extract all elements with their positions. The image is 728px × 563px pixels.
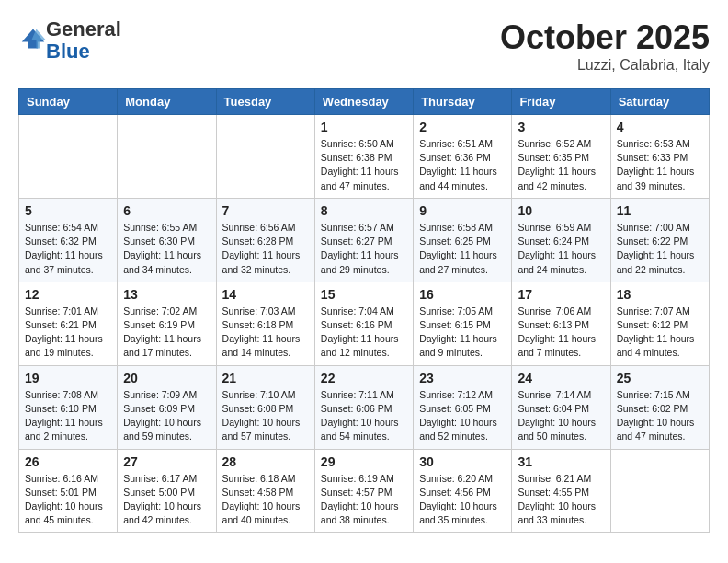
day-info: Sunrise: 6:52 AM Sunset: 6:35 PM Dayligh…	[518, 137, 604, 193]
day-info: Sunrise: 6:17 AM Sunset: 5:00 PM Dayligh…	[123, 472, 210, 528]
day-number: 1	[321, 120, 407, 134]
calendar-cell: 7Sunrise: 6:56 AM Sunset: 6:28 PM Daylig…	[216, 198, 314, 282]
day-number: 31	[518, 454, 604, 469]
day-info: Sunrise: 7:15 AM Sunset: 6:02 PM Dayligh…	[617, 388, 703, 444]
day-info: Sunrise: 7:07 AM Sunset: 6:12 PM Dayligh…	[617, 304, 703, 361]
day-number: 26	[25, 454, 111, 469]
calendar-cell: 2Sunrise: 6:51 AM Sunset: 6:36 PM Daylig…	[414, 115, 512, 199]
calendar-week: 19Sunrise: 7:08 AM Sunset: 6:10 PM Dayli…	[19, 365, 710, 449]
day-number: 22	[321, 371, 407, 385]
calendar-week: 5Sunrise: 6:54 AM Sunset: 6:32 PM Daylig…	[19, 198, 710, 282]
day-info: Sunrise: 7:11 AM Sunset: 6:06 PM Dayligh…	[321, 388, 407, 444]
weekday-header: Sunday	[19, 89, 118, 115]
calendar-week: 1Sunrise: 6:50 AM Sunset: 6:38 PM Daylig…	[19, 115, 710, 199]
day-number: 19	[25, 371, 111, 385]
day-info: Sunrise: 6:58 AM Sunset: 6:25 PM Dayligh…	[419, 221, 506, 277]
day-number: 13	[123, 287, 210, 302]
day-number: 17	[518, 287, 604, 302]
calendar-cell: 21Sunrise: 7:10 AM Sunset: 6:08 PM Dayli…	[216, 365, 314, 449]
day-number: 3	[518, 120, 604, 134]
logo: General Blue	[18, 18, 121, 63]
day-number: 4	[617, 120, 703, 134]
day-info: Sunrise: 6:55 AM Sunset: 6:30 PM Dayligh…	[123, 221, 210, 277]
calendar-cell: 23Sunrise: 7:12 AM Sunset: 6:05 PM Dayli…	[414, 365, 512, 449]
day-info: Sunrise: 6:20 AM Sunset: 4:56 PM Dayligh…	[419, 472, 506, 528]
calendar-cell: 16Sunrise: 7:05 AM Sunset: 6:15 PM Dayli…	[414, 282, 512, 365]
day-number: 2	[419, 120, 506, 134]
day-info: Sunrise: 6:21 AM Sunset: 4:55 PM Dayligh…	[518, 472, 604, 528]
calendar-cell: 20Sunrise: 7:09 AM Sunset: 6:09 PM Dayli…	[118, 365, 216, 449]
day-info: Sunrise: 6:54 AM Sunset: 6:32 PM Dayligh…	[25, 221, 111, 277]
calendar-cell: 12Sunrise: 7:01 AM Sunset: 6:21 PM Dayli…	[19, 282, 118, 365]
day-info: Sunrise: 6:53 AM Sunset: 6:33 PM Dayligh…	[617, 137, 703, 193]
calendar-cell: 3Sunrise: 6:52 AM Sunset: 6:35 PM Daylig…	[512, 115, 610, 199]
calendar-cell: 26Sunrise: 6:16 AM Sunset: 5:01 PM Dayli…	[19, 449, 118, 533]
calendar-cell: 13Sunrise: 7:02 AM Sunset: 6:19 PM Dayli…	[118, 282, 216, 365]
calendar-cell	[118, 115, 216, 199]
day-info: Sunrise: 7:08 AM Sunset: 6:10 PM Dayligh…	[25, 388, 111, 444]
logo-general: General	[46, 17, 121, 40]
weekday-header: Wednesday	[314, 89, 413, 115]
day-info: Sunrise: 6:56 AM Sunset: 6:28 PM Dayligh…	[222, 221, 309, 277]
day-info: Sunrise: 6:18 AM Sunset: 4:58 PM Dayligh…	[222, 472, 309, 528]
day-number: 16	[419, 287, 506, 302]
day-info: Sunrise: 6:50 AM Sunset: 6:38 PM Dayligh…	[321, 137, 407, 193]
day-info: Sunrise: 6:59 AM Sunset: 6:24 PM Dayligh…	[518, 221, 604, 277]
day-info: Sunrise: 7:03 AM Sunset: 6:18 PM Dayligh…	[222, 304, 309, 361]
calendar-cell: 5Sunrise: 6:54 AM Sunset: 6:32 PM Daylig…	[19, 198, 118, 282]
day-number: 20	[123, 371, 210, 385]
calendar-cell: 9Sunrise: 6:58 AM Sunset: 6:25 PM Daylig…	[414, 198, 512, 282]
title-block: October 2025 Luzzi, Calabria, Italy	[500, 18, 710, 74]
day-number: 10	[518, 203, 604, 218]
day-info: Sunrise: 7:01 AM Sunset: 6:21 PM Dayligh…	[25, 304, 111, 361]
day-info: Sunrise: 7:12 AM Sunset: 6:05 PM Dayligh…	[419, 388, 506, 444]
logo-blue: Blue	[46, 40, 90, 63]
day-info: Sunrise: 7:06 AM Sunset: 6:13 PM Dayligh…	[518, 304, 604, 361]
day-number: 24	[518, 371, 604, 385]
calendar-body: 1Sunrise: 6:50 AM Sunset: 6:38 PM Daylig…	[19, 115, 710, 533]
day-info: Sunrise: 7:02 AM Sunset: 6:19 PM Dayligh…	[123, 304, 210, 361]
calendar-cell: 6Sunrise: 6:55 AM Sunset: 6:30 PM Daylig…	[118, 198, 216, 282]
calendar-cell: 10Sunrise: 6:59 AM Sunset: 6:24 PM Dayli…	[512, 198, 610, 282]
day-info: Sunrise: 7:04 AM Sunset: 6:16 PM Dayligh…	[321, 304, 407, 361]
day-number: 6	[123, 203, 210, 218]
day-number: 8	[321, 203, 407, 218]
calendar-cell: 18Sunrise: 7:07 AM Sunset: 6:12 PM Dayli…	[610, 282, 709, 365]
calendar-cell: 29Sunrise: 6:19 AM Sunset: 4:57 PM Dayli…	[314, 449, 413, 533]
day-number: 11	[617, 203, 703, 218]
calendar: SundayMondayTuesdayWednesdayThursdayFrid…	[18, 88, 710, 533]
calendar-cell: 19Sunrise: 7:08 AM Sunset: 6:10 PM Dayli…	[19, 365, 118, 449]
page-header: General Blue October 2025 Luzzi, Calabri…	[18, 18, 710, 74]
calendar-cell: 27Sunrise: 6:17 AM Sunset: 5:00 PM Dayli…	[118, 449, 216, 533]
calendar-cell: 1Sunrise: 6:50 AM Sunset: 6:38 PM Daylig…	[314, 115, 413, 199]
day-info: Sunrise: 6:51 AM Sunset: 6:36 PM Dayligh…	[419, 137, 506, 193]
weekday-row: SundayMondayTuesdayWednesdayThursdayFrid…	[19, 89, 710, 115]
day-number: 9	[419, 203, 506, 218]
day-info: Sunrise: 6:57 AM Sunset: 6:27 PM Dayligh…	[321, 221, 407, 277]
weekday-header: Monday	[118, 89, 216, 115]
day-info: Sunrise: 6:16 AM Sunset: 5:01 PM Dayligh…	[25, 472, 111, 528]
calendar-cell	[216, 115, 314, 199]
day-number: 14	[222, 287, 309, 302]
calendar-cell: 17Sunrise: 7:06 AM Sunset: 6:13 PM Dayli…	[512, 282, 610, 365]
weekday-header: Friday	[512, 89, 610, 115]
day-number: 12	[25, 287, 111, 302]
day-number: 30	[419, 454, 506, 469]
day-info: Sunrise: 7:05 AM Sunset: 6:15 PM Dayligh…	[419, 304, 506, 361]
calendar-cell: 8Sunrise: 6:57 AM Sunset: 6:27 PM Daylig…	[314, 198, 413, 282]
calendar-cell: 28Sunrise: 6:18 AM Sunset: 4:58 PM Dayli…	[216, 449, 314, 533]
day-info: Sunrise: 7:14 AM Sunset: 6:04 PM Dayligh…	[518, 388, 604, 444]
day-number: 27	[123, 454, 210, 469]
calendar-cell: 25Sunrise: 7:15 AM Sunset: 6:02 PM Dayli…	[610, 365, 709, 449]
day-number: 29	[321, 454, 407, 469]
month-title: October 2025	[500, 18, 710, 57]
calendar-cell: 11Sunrise: 7:00 AM Sunset: 6:22 PM Dayli…	[610, 198, 709, 282]
day-info: Sunrise: 7:10 AM Sunset: 6:08 PM Dayligh…	[222, 388, 309, 444]
calendar-cell	[19, 115, 118, 199]
calendar-cell: 31Sunrise: 6:21 AM Sunset: 4:55 PM Dayli…	[512, 449, 610, 533]
day-number: 25	[617, 371, 703, 385]
day-number: 21	[222, 371, 309, 385]
day-info: Sunrise: 6:19 AM Sunset: 4:57 PM Dayligh…	[321, 472, 407, 528]
day-number: 28	[222, 454, 309, 469]
calendar-cell: 22Sunrise: 7:11 AM Sunset: 6:06 PM Dayli…	[314, 365, 413, 449]
